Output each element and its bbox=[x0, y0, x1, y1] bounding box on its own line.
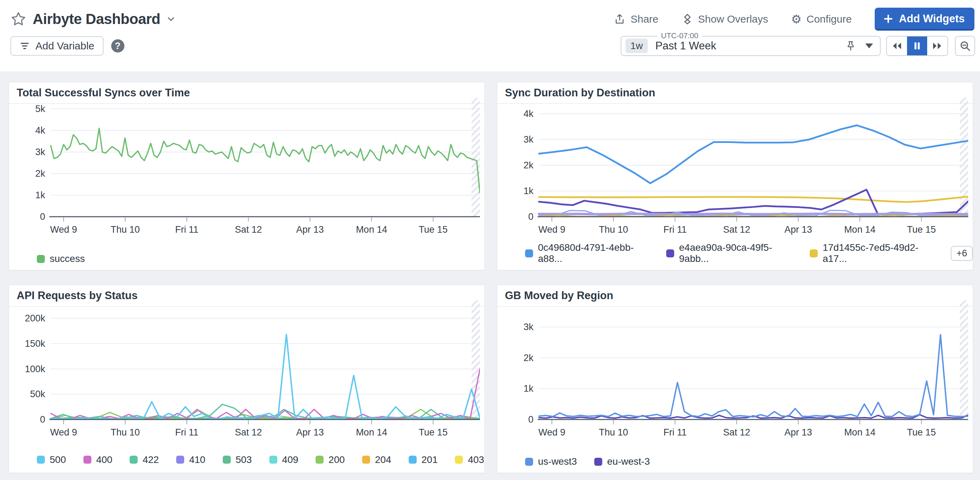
add-variable-label: Add Variable bbox=[35, 40, 94, 52]
legend-item[interactable]: 0c49680d-4791-4ebb-a88... bbox=[525, 242, 649, 264]
show-overlays-button[interactable]: Show Overlays bbox=[681, 13, 768, 25]
x-axis-tick-label: Wed 9 bbox=[538, 224, 565, 235]
x-axis-tick-label: Apr 13 bbox=[296, 224, 324, 235]
chart-area[interactable]: 3k2k1k0Wed 9Thu 10Fri 11Sat 12Apr 13Mon … bbox=[497, 298, 968, 444]
y-axis-tick-label: 0 bbox=[40, 212, 45, 222]
legend-item[interactable]: 201 bbox=[409, 454, 438, 466]
y-axis-tick-label: 3k bbox=[523, 134, 533, 145]
legend-label: 500 bbox=[50, 454, 66, 466]
legend-swatch bbox=[130, 456, 138, 464]
legend-item[interactable]: 403 bbox=[455, 454, 484, 466]
legend-swatch bbox=[223, 456, 231, 464]
pause-icon bbox=[912, 41, 922, 51]
y-axis-tick-label: 1k bbox=[523, 383, 533, 394]
series-line bbox=[539, 125, 968, 183]
x-axis-tick-label: Fri 11 bbox=[175, 224, 199, 235]
legend: 500400422410503409200204201403+4 bbox=[37, 452, 523, 467]
add-widgets-button[interactable]: Add Widgets bbox=[875, 8, 974, 30]
legend-item[interactable]: 410 bbox=[176, 454, 205, 466]
time-range-label: Past 1 Week bbox=[655, 40, 716, 52]
legend-label: us-west3 bbox=[538, 456, 577, 467]
time-range-picker[interactable]: UTC-07:00 1w Past 1 Week bbox=[620, 36, 881, 56]
legend-label: e4aea90a-90ca-49f5-9abb... bbox=[679, 242, 792, 264]
y-axis-tick-label: 150k bbox=[25, 338, 45, 349]
legend-item[interactable]: 400 bbox=[83, 454, 113, 466]
x-axis-tick-label: Tue 15 bbox=[419, 427, 448, 438]
legend-item[interactable]: 500 bbox=[37, 454, 66, 466]
series-line bbox=[539, 335, 968, 417]
x-axis-tick-label: Apr 13 bbox=[296, 427, 324, 438]
title-chevron-down-icon[interactable] bbox=[166, 14, 176, 24]
legend-swatch bbox=[409, 456, 417, 464]
x-axis-tick-label: Thu 10 bbox=[110, 224, 140, 235]
configure-button[interactable]: ⚙ Configure bbox=[791, 13, 852, 25]
legend-item[interactable]: 422 bbox=[130, 454, 159, 466]
x-axis-tick-label: Mon 14 bbox=[844, 427, 875, 438]
y-axis-tick-label: 100k bbox=[25, 364, 45, 374]
series-line bbox=[539, 196, 968, 202]
share-icon bbox=[614, 13, 625, 25]
show-overlays-label: Show Overlays bbox=[698, 13, 768, 25]
legend-label: 400 bbox=[96, 454, 113, 466]
chart-area[interactable]: 200k150k100k50k0Wed 9Thu 10Fri 11Sat 12A… bbox=[9, 298, 480, 444]
legend: success bbox=[37, 253, 85, 264]
gear-icon: ⚙ bbox=[791, 13, 801, 25]
favorite-star-icon[interactable] bbox=[10, 11, 26, 27]
y-axis-tick-label: 50k bbox=[30, 389, 45, 399]
y-axis-tick-label: 1k bbox=[523, 186, 533, 196]
widget-sync-duration: Sync Duration by Destination 4k3k2k1k0We… bbox=[497, 82, 973, 270]
legend-swatch bbox=[666, 249, 674, 257]
x-axis-tick-label: Tue 15 bbox=[907, 224, 936, 235]
share-label: Share bbox=[630, 13, 658, 25]
legend-item[interactable]: e4aea90a-90ca-49f5-9abb... bbox=[666, 242, 792, 264]
legend-swatch bbox=[594, 458, 602, 466]
zoom-out-icon bbox=[959, 40, 971, 52]
legend-item[interactable]: eu-west-3 bbox=[594, 456, 650, 467]
time-backward-button[interactable] bbox=[887, 37, 907, 55]
time-caret-down-icon[interactable] bbox=[865, 43, 873, 48]
overlays-icon bbox=[681, 13, 693, 25]
y-axis-tick-label: 1k bbox=[35, 190, 45, 200]
legend-swatch bbox=[315, 456, 323, 464]
series-line bbox=[539, 214, 968, 214]
legend-label: 200 bbox=[328, 454, 345, 466]
zoom-out-button[interactable] bbox=[955, 36, 975, 56]
y-axis-tick-label: 0 bbox=[40, 414, 45, 425]
legend-item[interactable]: 204 bbox=[362, 454, 391, 466]
y-axis-tick-label: 4k bbox=[35, 125, 45, 136]
legend-item[interactable]: 17d1455c-7ed5-49d2-a17... bbox=[810, 242, 934, 264]
legend-item[interactable]: 409 bbox=[269, 454, 299, 466]
x-axis-tick-label: Apr 13 bbox=[784, 224, 812, 235]
time-range-short: 1w bbox=[625, 38, 648, 53]
x-axis-tick-label: Sat 12 bbox=[723, 427, 750, 438]
time-pause-button[interactable] bbox=[907, 37, 927, 55]
legend-label: eu-west-3 bbox=[607, 456, 650, 467]
chart-area[interactable]: 5k4k3k2k1k0Wed 9Thu 10Fri 11Sat 12Apr 13… bbox=[9, 95, 480, 241]
x-axis-tick-label: Tue 15 bbox=[907, 427, 936, 438]
x-axis-tick-label: Wed 9 bbox=[538, 427, 565, 438]
legend-swatch bbox=[525, 249, 533, 257]
legend-item[interactable]: 200 bbox=[315, 454, 345, 466]
pin-icon[interactable] bbox=[845, 40, 856, 51]
x-axis-tick-label: Thu 10 bbox=[110, 427, 140, 438]
legend-item[interactable]: us-west3 bbox=[525, 456, 577, 467]
legend-item[interactable]: 503 bbox=[223, 454, 252, 466]
add-widgets-label: Add Widgets bbox=[899, 13, 965, 25]
legend-swatch bbox=[37, 255, 45, 263]
share-button[interactable]: Share bbox=[614, 13, 658, 25]
legend-more-badge[interactable]: +6 bbox=[951, 246, 973, 261]
legend-swatch bbox=[37, 456, 45, 464]
legend-label: 204 bbox=[375, 454, 391, 466]
y-axis-tick-label: 3k bbox=[523, 322, 533, 332]
legend-label: success bbox=[50, 253, 85, 264]
add-variable-button[interactable]: Add Variable bbox=[10, 36, 103, 56]
configure-label: Configure bbox=[807, 13, 852, 25]
widget-grid: Total Successful Syncs over Time 5k4k3k2… bbox=[0, 72, 980, 473]
chart-area[interactable]: 4k3k2k1k0Wed 9Thu 10Fri 11Sat 12Apr 13Mo… bbox=[497, 95, 968, 241]
legend: us-west3eu-west-3 bbox=[525, 456, 650, 467]
legend-item[interactable]: success bbox=[37, 253, 85, 264]
time-forward-button[interactable] bbox=[927, 37, 947, 55]
x-axis-tick-label: Thu 10 bbox=[599, 427, 628, 438]
x-axis-tick-label: Sat 12 bbox=[723, 224, 750, 235]
help-icon[interactable]: ? bbox=[111, 39, 124, 53]
